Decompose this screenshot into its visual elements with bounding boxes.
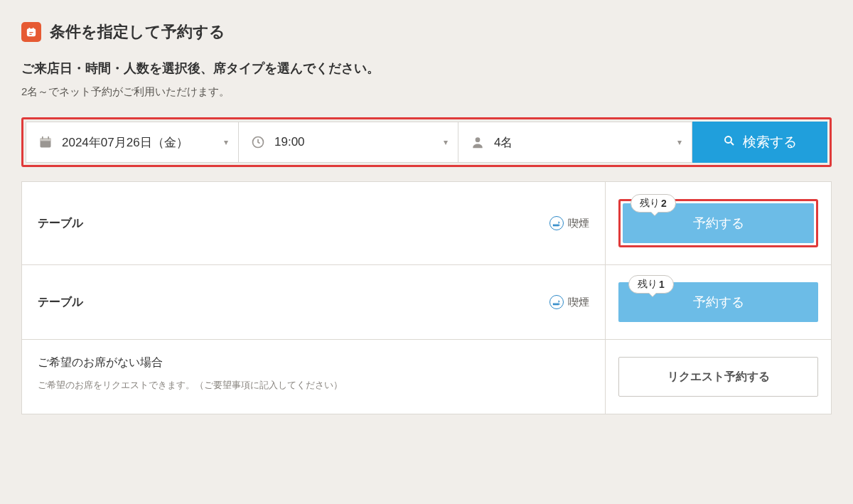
request-note: ご希望のお席をリクエストできます。（ご要望事項に記入してください） xyxy=(38,379,589,392)
svg-point-6 xyxy=(476,137,481,142)
seat-type-label: テーブル xyxy=(38,216,83,231)
party-select[interactable]: 4名 ▾ xyxy=(458,122,692,163)
svg-rect-4 xyxy=(48,136,49,139)
smoking-indicator: 喫煙 xyxy=(549,216,589,230)
smoking-label: 喫煙 xyxy=(568,217,589,230)
person-icon xyxy=(470,135,485,149)
calendar-icon xyxy=(38,135,53,149)
svg-point-7 xyxy=(725,136,731,143)
search-icon xyxy=(723,134,736,151)
search-button-label: 検索する xyxy=(743,133,797,151)
request-row: ご希望のお席がない場合 ご希望のお席をリクエストできます。（ご要望事項に記入して… xyxy=(22,339,831,414)
date-select[interactable]: 2024年07月26日（金） ▾ xyxy=(26,122,239,163)
chevron-down-icon: ▾ xyxy=(444,137,448,147)
request-reserve-button[interactable]: リクエスト予約する xyxy=(618,357,818,397)
table-row: テーブル 喫煙 残り2 予約する xyxy=(22,182,831,264)
search-button[interactable]: 検索する xyxy=(692,122,827,163)
smoking-icon xyxy=(549,216,564,230)
time-select[interactable]: 19:00 ▾ xyxy=(238,122,458,163)
clock-icon xyxy=(250,135,266,149)
reserve-button-label: 予約する xyxy=(693,216,744,230)
instructions-note: 2名～でネット予約がご利用いただけます。 xyxy=(21,85,832,99)
request-button-label: リクエスト予約する xyxy=(667,370,770,382)
section-header: 条件を指定して予約する xyxy=(21,21,832,43)
instructions-title: ご来店日・時間・人数を選択後、席タイプを選んでください。 xyxy=(21,60,832,77)
seat-type-label: テーブル xyxy=(38,295,83,310)
results-table: テーブル 喫煙 残り2 予約する xyxy=(21,181,832,414)
party-value: 4名 xyxy=(494,134,513,151)
remaining-badge: 残り2 xyxy=(631,194,676,213)
time-value: 19:00 xyxy=(274,135,305,149)
request-title: ご希望のお席がない場合 xyxy=(38,355,589,370)
section-title: 条件を指定して予約する xyxy=(50,21,225,43)
svg-rect-2 xyxy=(41,138,51,141)
smoking-label: 喫煙 xyxy=(568,296,589,309)
date-value: 2024年07月26日（金） xyxy=(62,134,188,151)
reserve-button-wrap: 残り1 予約する xyxy=(618,282,818,322)
chevron-down-icon: ▾ xyxy=(224,137,228,147)
table-row: テーブル 喫煙 残り1 予約する xyxy=(22,264,831,339)
svg-rect-3 xyxy=(42,136,43,139)
search-bar-highlight: 2024年07月26日（金） ▾ 19:00 ▾ 4名 ▾ xyxy=(21,117,832,167)
reserve-button-highlight: 残り2 予約する xyxy=(618,199,818,247)
smoking-icon xyxy=(549,295,564,309)
reserve-button-label: 予約する xyxy=(693,295,744,309)
smoking-indicator: 喫煙 xyxy=(549,295,589,309)
remaining-badge: 残り1 xyxy=(628,275,674,294)
reservation-icon xyxy=(21,22,41,42)
chevron-down-icon: ▾ xyxy=(677,137,682,147)
